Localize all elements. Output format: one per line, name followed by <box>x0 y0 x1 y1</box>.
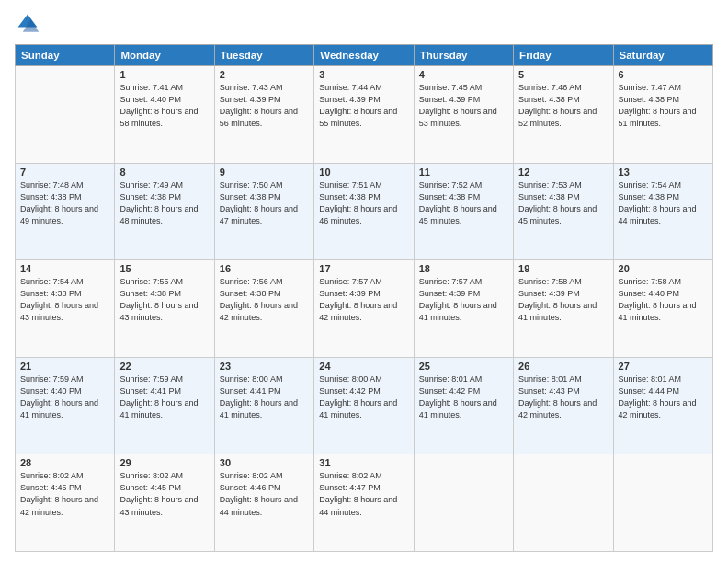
day-number: 29 <box>119 457 209 468</box>
day-number: 16 <box>220 263 309 274</box>
day-info: Sunrise: 8:02 AMSunset: 4:45 PMDaylight:… <box>119 470 209 518</box>
calendar-cell: 14Sunrise: 7:54 AMSunset: 4:38 PMDayligh… <box>16 260 115 358</box>
day-number: 17 <box>319 263 408 274</box>
logo <box>15 11 44 37</box>
day-number: 4 <box>419 69 508 80</box>
calendar-cell: 28Sunrise: 8:02 AMSunset: 4:45 PMDayligh… <box>16 454 115 552</box>
calendar-cell: 10Sunrise: 7:51 AMSunset: 4:38 PMDayligh… <box>314 163 414 260</box>
day-number: 31 <box>319 457 408 468</box>
calendar-cell <box>16 66 115 164</box>
day-info: Sunrise: 8:01 AMSunset: 4:42 PMDaylight:… <box>419 373 508 421</box>
day-info: Sunrise: 7:47 AMSunset: 4:38 PMDaylight:… <box>619 82 708 130</box>
day-info: Sunrise: 8:00 AMSunset: 4:41 PMDaylight:… <box>220 373 309 421</box>
day-number: 15 <box>119 263 209 274</box>
calendar-cell <box>514 454 613 552</box>
day-info: Sunrise: 7:55 AMSunset: 4:38 PMDaylight:… <box>119 276 209 324</box>
calendar-cell <box>414 454 513 552</box>
calendar-cell: 16Sunrise: 7:56 AMSunset: 4:38 PMDayligh… <box>214 260 313 358</box>
calendar-cell: 27Sunrise: 8:01 AMSunset: 4:44 PMDayligh… <box>613 357 712 454</box>
calendar-cell: 25Sunrise: 8:01 AMSunset: 4:42 PMDayligh… <box>414 357 513 454</box>
day-number: 30 <box>220 457 309 468</box>
weekday-header-wednesday: Wednesday <box>314 45 414 66</box>
day-info: Sunrise: 8:02 AMSunset: 4:47 PMDaylight:… <box>319 470 408 518</box>
weekday-header-monday: Monday <box>115 45 214 66</box>
calendar-week-row: 14Sunrise: 7:54 AMSunset: 4:38 PMDayligh… <box>16 260 713 358</box>
day-number: 3 <box>319 69 408 80</box>
day-number: 5 <box>518 69 608 80</box>
day-info: Sunrise: 7:52 AMSunset: 4:38 PMDaylight:… <box>419 179 508 227</box>
day-info: Sunrise: 8:01 AMSunset: 4:44 PMDaylight:… <box>619 373 708 421</box>
day-number: 23 <box>220 361 309 372</box>
calendar-cell: 2Sunrise: 7:43 AMSunset: 4:39 PMDaylight… <box>214 66 313 164</box>
day-number: 11 <box>419 167 508 178</box>
calendar-cell: 8Sunrise: 7:49 AMSunset: 4:38 PMDaylight… <box>115 163 214 260</box>
calendar-cell: 22Sunrise: 7:59 AMSunset: 4:41 PMDayligh… <box>115 357 214 454</box>
day-info: Sunrise: 7:59 AMSunset: 4:40 PMDaylight:… <box>20 373 109 421</box>
day-number: 21 <box>20 361 109 372</box>
calendar-cell: 9Sunrise: 7:50 AMSunset: 4:38 PMDaylight… <box>214 163 313 260</box>
calendar-cell: 31Sunrise: 8:02 AMSunset: 4:47 PMDayligh… <box>314 454 414 552</box>
day-number: 6 <box>619 69 708 80</box>
day-info: Sunrise: 7:46 AMSunset: 4:38 PMDaylight:… <box>518 82 608 130</box>
calendar-cell: 20Sunrise: 7:58 AMSunset: 4:40 PMDayligh… <box>613 260 712 358</box>
day-number: 12 <box>518 167 608 178</box>
day-info: Sunrise: 7:45 AMSunset: 4:39 PMDaylight:… <box>419 82 508 130</box>
calendar-cell: 1Sunrise: 7:41 AMSunset: 4:40 PMDaylight… <box>115 66 214 164</box>
weekday-header-thursday: Thursday <box>414 45 513 66</box>
calendar-week-row: 7Sunrise: 7:48 AMSunset: 4:38 PMDaylight… <box>16 163 713 260</box>
header <box>15 11 713 37</box>
logo-icon <box>15 11 40 37</box>
day-info: Sunrise: 7:57 AMSunset: 4:39 PMDaylight:… <box>419 276 508 324</box>
day-number: 24 <box>319 361 408 372</box>
day-number: 26 <box>518 361 608 372</box>
calendar-cell: 5Sunrise: 7:46 AMSunset: 4:38 PMDaylight… <box>514 66 613 164</box>
day-number: 2 <box>220 69 309 80</box>
day-info: Sunrise: 7:50 AMSunset: 4:38 PMDaylight:… <box>220 179 309 227</box>
day-info: Sunrise: 8:02 AMSunset: 4:46 PMDaylight:… <box>220 470 309 518</box>
day-info: Sunrise: 7:57 AMSunset: 4:39 PMDaylight:… <box>319 276 408 324</box>
day-number: 7 <box>20 167 109 178</box>
day-number: 13 <box>619 167 708 178</box>
calendar-cell: 6Sunrise: 7:47 AMSunset: 4:38 PMDaylight… <box>613 66 712 164</box>
day-number: 9 <box>220 167 309 178</box>
calendar-week-row: 28Sunrise: 8:02 AMSunset: 4:45 PMDayligh… <box>16 454 713 552</box>
weekday-header-tuesday: Tuesday <box>214 45 313 66</box>
day-number: 28 <box>20 457 109 468</box>
day-number: 8 <box>119 167 209 178</box>
calendar-cell: 4Sunrise: 7:45 AMSunset: 4:39 PMDaylight… <box>414 66 513 164</box>
calendar-cell: 12Sunrise: 7:53 AMSunset: 4:38 PMDayligh… <box>514 163 613 260</box>
day-info: Sunrise: 7:41 AMSunset: 4:40 PMDaylight:… <box>119 82 209 130</box>
calendar-cell: 7Sunrise: 7:48 AMSunset: 4:38 PMDaylight… <box>16 163 115 260</box>
calendar-cell: 11Sunrise: 7:52 AMSunset: 4:38 PMDayligh… <box>414 163 513 260</box>
weekday-header-row: SundayMondayTuesdayWednesdayThursdayFrid… <box>16 45 713 66</box>
calendar-cell: 19Sunrise: 7:58 AMSunset: 4:39 PMDayligh… <box>514 260 613 358</box>
day-info: Sunrise: 7:43 AMSunset: 4:39 PMDaylight:… <box>220 82 309 130</box>
day-number: 19 <box>518 263 608 274</box>
day-number: 20 <box>619 263 708 274</box>
calendar-cell: 18Sunrise: 7:57 AMSunset: 4:39 PMDayligh… <box>414 260 513 358</box>
calendar-cell <box>613 454 712 552</box>
calendar-cell: 30Sunrise: 8:02 AMSunset: 4:46 PMDayligh… <box>214 454 313 552</box>
day-number: 1 <box>119 69 209 80</box>
calendar-cell: 15Sunrise: 7:55 AMSunset: 4:38 PMDayligh… <box>115 260 214 358</box>
day-info: Sunrise: 7:56 AMSunset: 4:38 PMDaylight:… <box>220 276 309 324</box>
day-info: Sunrise: 7:54 AMSunset: 4:38 PMDaylight:… <box>20 276 109 324</box>
calendar-cell: 13Sunrise: 7:54 AMSunset: 4:38 PMDayligh… <box>613 163 712 260</box>
calendar-week-row: 21Sunrise: 7:59 AMSunset: 4:40 PMDayligh… <box>16 357 713 454</box>
day-info: Sunrise: 7:54 AMSunset: 4:38 PMDaylight:… <box>619 179 708 227</box>
day-info: Sunrise: 8:00 AMSunset: 4:42 PMDaylight:… <box>319 373 408 421</box>
weekday-header-saturday: Saturday <box>613 45 712 66</box>
day-number: 14 <box>20 263 109 274</box>
calendar-cell: 21Sunrise: 7:59 AMSunset: 4:40 PMDayligh… <box>16 357 115 454</box>
day-info: Sunrise: 7:58 AMSunset: 4:40 PMDaylight:… <box>619 276 708 324</box>
day-info: Sunrise: 7:48 AMSunset: 4:38 PMDaylight:… <box>20 179 109 227</box>
day-info: Sunrise: 8:01 AMSunset: 4:43 PMDaylight:… <box>518 373 608 421</box>
day-info: Sunrise: 7:51 AMSunset: 4:38 PMDaylight:… <box>319 179 408 227</box>
calendar-week-row: 1Sunrise: 7:41 AMSunset: 4:40 PMDaylight… <box>16 66 713 164</box>
weekday-header-friday: Friday <box>514 45 613 66</box>
calendar-page: SundayMondayTuesdayWednesdayThursdayFrid… <box>0 0 728 563</box>
day-info: Sunrise: 7:49 AMSunset: 4:38 PMDaylight:… <box>119 179 209 227</box>
day-info: Sunrise: 8:02 AMSunset: 4:45 PMDaylight:… <box>20 470 109 518</box>
day-number: 22 <box>119 361 209 372</box>
day-info: Sunrise: 7:44 AMSunset: 4:39 PMDaylight:… <box>319 82 408 130</box>
